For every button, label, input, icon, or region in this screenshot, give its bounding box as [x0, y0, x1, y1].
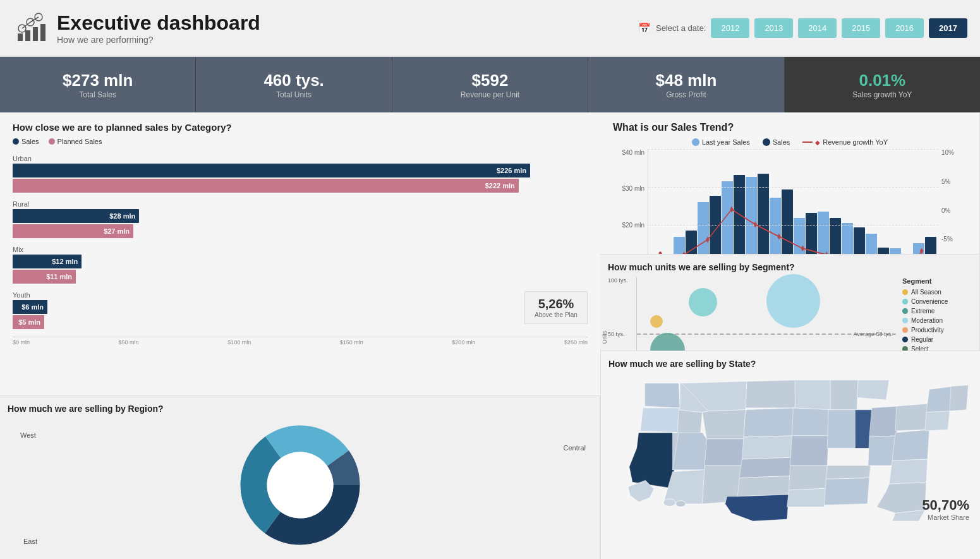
planned-legend: Sales Planned Sales	[13, 138, 588, 145]
svg-marker-35	[672, 433, 706, 470]
date-selector-label: Select a date:	[656, 23, 706, 33]
sales-trend-panel: What is our Sales Trend? Last year Sales…	[600, 112, 980, 255]
donut-chart-container: West Central East	[8, 419, 592, 551]
svg-marker-51	[827, 410, 857, 448]
category-rural: Rural $28 mln $27 mln	[13, 200, 588, 238]
svg-marker-56	[869, 406, 898, 437]
kpi-total-units-label: Total Units	[276, 90, 312, 99]
mix-planned-bar: $11 mln	[13, 270, 76, 284]
year-2013[interactable]: 2013	[754, 18, 793, 38]
svg-marker-39	[746, 380, 796, 408]
year-2012[interactable]: 2012	[711, 18, 749, 38]
seg-productivity: Productivity	[902, 327, 972, 334]
page-title: Executive dashboard	[57, 11, 629, 35]
svg-rect-7	[33, 27, 38, 41]
donut-svg	[234, 419, 366, 551]
svg-marker-64	[950, 385, 968, 411]
bar-dec	[913, 237, 936, 255]
kpi-sales-growth-value: 0.01%	[859, 71, 905, 90]
above-plan-badge: 5,26% Above the Plan	[524, 291, 588, 324]
market-share-value: 50,70%	[922, 497, 969, 514]
legend-revenue: ◆ Revenue growth YoY	[802, 138, 888, 146]
region-label-central: Central	[564, 444, 586, 452]
seg-moderation: Moderation	[902, 317, 972, 324]
svg-marker-34	[702, 410, 746, 439]
youth-sales-bar: $6 mln	[13, 300, 47, 314]
kpi-row: $273 mln Total Sales 460 tys. Total Unit…	[0, 57, 980, 112]
svg-point-67	[663, 499, 676, 507]
seg-regular: Regular	[902, 336, 972, 343]
year-2017[interactable]: 2017	[929, 18, 967, 38]
bubble-moderation	[766, 274, 820, 328]
kpi-gross-profit-label: Gross Profit	[666, 90, 706, 99]
dashboard: Executive dashboard How we are performin…	[0, 0, 980, 559]
bars-area	[648, 149, 938, 255]
bar-oct	[866, 234, 889, 255]
kpi-sales-growth: 0.01% Sales growth YoY	[785, 57, 980, 112]
svg-marker-59	[892, 430, 929, 460]
year-2014[interactable]: 2014	[798, 18, 837, 38]
svg-marker-36	[705, 439, 746, 466]
bar-may	[746, 174, 769, 255]
kpi-total-units-value: 460 tys.	[263, 71, 324, 90]
rural-sales-bar: $28 mln	[13, 209, 139, 223]
planned-legend-planned: Planned Sales	[49, 138, 102, 145]
bar-jul	[794, 213, 817, 255]
svg-marker-42	[739, 457, 792, 478]
svg-point-26	[267, 452, 333, 519]
kpi-revenue: $592 Revenue per Unit	[392, 57, 588, 112]
market-share-label: Market Share	[922, 514, 969, 521]
year-2016[interactable]: 2016	[885, 18, 924, 38]
avg-label: Average 58 tys.	[854, 331, 893, 337]
seg-extreme: Extreme	[902, 308, 972, 315]
bar-nov	[890, 248, 913, 255]
kpi-total-sales: $273 mln Total Sales	[0, 57, 196, 112]
logo-icon	[13, 9, 47, 44]
rural-planned-bar: $27 mln	[13, 224, 133, 238]
svg-marker-46	[792, 408, 830, 436]
mix-sales-bar: $12 mln	[13, 255, 82, 268]
legend-sales: Sales	[763, 138, 790, 146]
us-map-svg	[608, 374, 972, 522]
legend-sales-dot	[763, 138, 770, 146]
kpi-sales-growth-label: Sales growth YoY	[852, 90, 912, 99]
svg-marker-58	[895, 404, 929, 431]
svg-marker-54	[824, 478, 869, 505]
svg-marker-60	[889, 459, 928, 484]
seg-allseason: All Season	[902, 289, 972, 296]
date-selector: 📅 Select a date: 2012 2013 2014 2015 201…	[638, 18, 967, 38]
planned-sales-panel: How close we are to planned sales by Cat…	[0, 112, 600, 396]
svg-marker-47	[790, 436, 829, 466]
svg-marker-55	[857, 380, 889, 400]
y-axis-units-label: Units	[602, 330, 608, 344]
svg-marker-50	[830, 380, 858, 410]
chart-wrapper: $40 mln $30 mln $20 mln $10 mln $0 mln	[613, 149, 967, 255]
year-2015[interactable]: 2015	[842, 18, 880, 38]
kpi-total-sales-label: Total Sales	[79, 90, 116, 99]
legend-last-year: Last year Sales	[692, 138, 750, 146]
logo-area	[13, 9, 47, 46]
svg-marker-29	[641, 408, 681, 433]
state-panel: How much we are selling by State?	[600, 351, 980, 559]
planned-legend-sales: Sales	[13, 138, 39, 145]
bar-aug	[818, 212, 841, 255]
state-title: How much we are selling by State?	[608, 359, 972, 369]
segment-title: How much units we are selling by Segment…	[608, 262, 972, 272]
page-subtitle: How we are performing?	[57, 35, 629, 45]
chart-inner: $40 mln $30 mln $20 mln $10 mln $0 mln	[613, 149, 967, 255]
svg-marker-43	[737, 476, 790, 496]
header: Executive dashboard How we are performin…	[0, 0, 980, 57]
title-block: Executive dashboard How we are performin…	[57, 11, 629, 45]
urban-sales-bar: $226 mln	[13, 164, 530, 177]
svg-rect-8	[40, 24, 45, 41]
bar-jun	[770, 189, 793, 255]
calendar-icon: 📅	[638, 22, 651, 34]
category-mix: Mix $12 mln $11 mln	[13, 246, 588, 284]
svg-marker-49	[787, 488, 826, 507]
planned-x-axis: $0 mln $50 mln $100 mln $150 mln $200 ml…	[13, 337, 588, 346]
bar-sep	[842, 223, 865, 255]
svg-rect-5	[18, 33, 23, 41]
region-label-west: West	[20, 431, 36, 439]
region-title: How much we are selling by Region?	[8, 404, 592, 414]
y-axis-right: 10% 5% 0% -5% -10% -15%	[938, 149, 967, 255]
